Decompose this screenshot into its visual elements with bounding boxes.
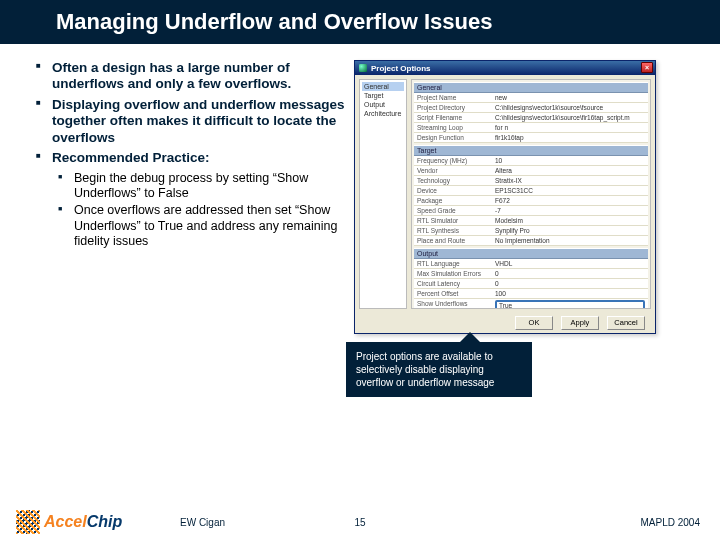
prop-row: VendorAltera (414, 166, 648, 176)
dialog-property-grid: General Project Namenew Project Director… (411, 79, 651, 309)
prop-row: Frequency (MHz)10 (414, 156, 648, 166)
prop-row: TechnologyStratix-IX (414, 176, 648, 186)
callout-box: Project options are available to selecti… (346, 342, 532, 397)
dialog-nav: General Target Output Architecture (359, 79, 407, 309)
bullet-item: Recommended Practice: Begin the debug pr… (36, 150, 346, 249)
prop-row-show-underflows: Show UnderflowsTrue (414, 299, 648, 309)
slide-title-bar: Managing Underflow and Overflow Issues (0, 0, 720, 44)
bullet-item: Often a design has a large number of und… (36, 60, 346, 93)
prop-row: DeviceEP1SC31CC (414, 186, 648, 196)
sub-bullet-item: Once overflows are addressed then set “S… (56, 203, 346, 249)
prop-row: Design Functionfir1k16tap (414, 133, 648, 143)
slide-footer: AccelChip EW Cigan 15 MAPLD 2004 (0, 510, 720, 534)
sub-bullet-item: Begin the debug process by setting “Show… (56, 171, 346, 202)
dialog-button-row: OK Apply Cancel (355, 313, 655, 333)
prop-row: Circuit Latency0 (414, 279, 648, 289)
cancel-button[interactable]: Cancel (607, 316, 645, 330)
slide-title: Managing Underflow and Overflow Issues (56, 9, 492, 35)
callout-text: Project options are available to selecti… (356, 351, 494, 388)
prop-row: Max Simulation Errors0 (414, 269, 648, 279)
prop-row: Project DirectoryC:\hlldesigns\vector1k\… (414, 103, 648, 113)
content-area: Often a design has a large number of und… (0, 44, 720, 338)
nav-item-architecture[interactable]: Architecture (362, 109, 404, 118)
section-header-general[interactable]: General (414, 82, 648, 93)
screenshot-column: Project Options × General Target Output … (354, 60, 700, 334)
accelchip-logo: AccelChip (16, 510, 122, 534)
prop-row: Script FilenameC:\hlldesigns\vector1k\so… (414, 113, 648, 123)
close-icon[interactable]: × (641, 62, 653, 73)
prop-row: RTL SimulatorModelsim (414, 216, 648, 226)
footer-author: EW Cigan (180, 517, 225, 528)
section-header-target[interactable]: Target (414, 145, 648, 156)
project-options-dialog: Project Options × General Target Output … (354, 60, 656, 334)
apply-button[interactable]: Apply (561, 316, 599, 330)
dialog-titlebar: Project Options × (355, 61, 655, 75)
logo-mark-icon (16, 510, 40, 534)
ok-button[interactable]: OK (515, 316, 553, 330)
bullet-column: Often a design has a large number of und… (36, 60, 346, 334)
app-icon (359, 64, 367, 72)
prop-row: Streaming Loopfor n (414, 123, 648, 133)
nav-item-output[interactable]: Output (362, 100, 404, 109)
bullet-item: Displaying overflow and underflow messag… (36, 97, 346, 146)
footer-event: MAPLD 2004 (641, 517, 700, 528)
prop-row: Speed Grade-7 (414, 206, 648, 216)
dialog-title: Project Options (371, 64, 431, 73)
prop-row: Project Namenew (414, 93, 648, 103)
footer-page-number: 15 (354, 517, 365, 528)
prop-row: Place and RouteNo Implementation (414, 236, 648, 246)
prop-row: PackageF672 (414, 196, 648, 206)
prop-row: RTL LanguageVHDL (414, 259, 648, 269)
nav-item-target[interactable]: Target (362, 91, 404, 100)
prop-row: RTL SynthesisSynplify Pro (414, 226, 648, 236)
section-header-output[interactable]: Output (414, 248, 648, 259)
nav-item-general[interactable]: General (362, 82, 404, 91)
prop-row: Percent Offset100 (414, 289, 648, 299)
